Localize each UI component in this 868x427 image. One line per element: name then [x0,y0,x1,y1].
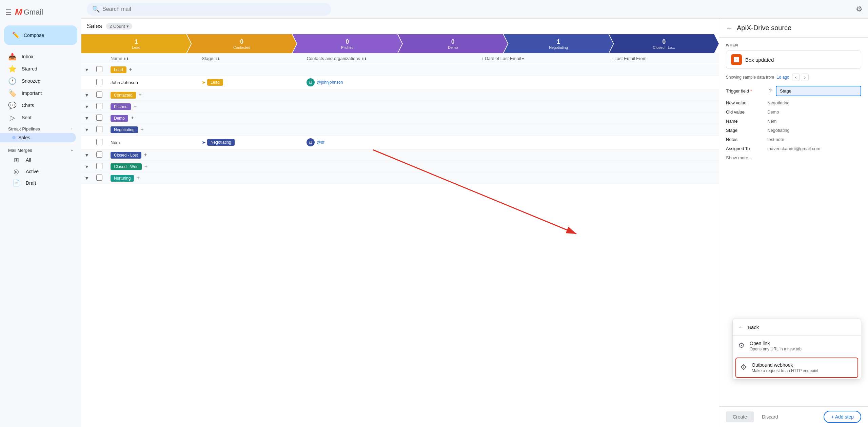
row-stage-badge[interactable]: Negotiating [207,139,235,146]
name-value: Nem [767,119,861,124]
add-row-button-closed-lost[interactable]: + [144,152,147,158]
add-row-button-demo[interactable]: + [131,115,134,121]
th-contacts: Contacts and organizations ⬆⬇ [302,53,477,64]
stage-group-label: Demo + [106,113,719,124]
group-checkbox-pitched[interactable] [96,103,102,109]
stage-arrow-lead[interactable]: 1Lead [81,34,191,53]
stage-group-badge-closed-lost[interactable]: Closed - Lost [111,152,141,159]
nav-item-chats[interactable]: 💬 Chats [0,99,76,111]
row-stage-badge[interactable]: Lead [207,79,223,86]
trigger-field-input[interactable] [776,86,861,96]
expand-button-nurturing[interactable]: ▾ [85,175,88,181]
sample-data-time[interactable]: 1d ago [777,75,789,80]
filter-icon[interactable]: ⚙ [856,5,863,14]
contact-cell: @ @df [307,138,473,146]
mail-merges-label: Mail Merges [8,148,32,153]
streak-pipelines-header[interactable]: Streak Pipelines + [0,124,81,133]
search-input[interactable] [102,6,326,12]
hamburger-icon[interactable]: ☰ [5,8,12,16]
mail-merges-header[interactable]: Mail Merges + [0,145,81,154]
nav-item-starred[interactable]: ⭐ Starred [0,63,76,75]
trigger-field-row: Trigger field ? [726,86,861,96]
group-checkbox-demo[interactable] [96,115,102,121]
stage-group-label: Lead + [106,64,719,76]
sales-table: Name ⬆⬇ Stage ⬆⬇ Contacts and organizati… [81,53,719,184]
important-icon: 🏷️ [8,89,16,97]
next-sample-button[interactable]: › [801,74,809,81]
stage-group-badge-negotiating[interactable]: Negotiating [111,126,138,133]
stage-group-badge-lead[interactable]: Lead [111,66,126,73]
popup-item-outbound-webhook[interactable]: ⚙ Outbound webhook Make a request to an … [735,358,858,378]
add-row-button-negotiating[interactable]: + [140,126,143,133]
gmail-logo-m: M [15,7,22,17]
apix-panel: ← ApiX-Drive source WHEN Box updated Sho… [719,19,868,427]
streak-add-icon[interactable]: + [71,126,73,131]
old-value-label: Old value [726,109,763,115]
svg-rect-1 [736,57,739,60]
group-checkbox-negotiating[interactable] [96,126,102,132]
nav-item-sent[interactable]: ▷ Sent [0,111,76,124]
trigger-icon [731,54,742,65]
svg-rect-2 [734,60,736,62]
mm-active-label: Active [26,169,39,174]
stage-arrow-closed---lo...[interactable]: 0Closed - Lo... [609,34,719,53]
expand-button-lead[interactable]: ▾ [85,66,88,73]
popup-back-button[interactable]: ← [738,324,744,331]
group-checkbox-nurturing[interactable] [96,175,102,181]
stage-label: Stage [726,128,763,133]
group-checkbox-closed-lost[interactable] [96,151,102,158]
trigger-card: Box updated [726,50,861,69]
row-expand-cell [81,76,92,89]
add-row-button-pitched[interactable]: + [134,103,137,109]
stage-arrow-contacted[interactable]: 0Contacted [187,34,296,53]
mm-item-all[interactable]: ⊞ All [0,154,76,166]
stage-arrow-pitched[interactable]: 0Pitched [293,34,402,53]
trigger-help-icon[interactable]: ? [769,88,772,94]
expand-button-contacted[interactable]: ▾ [85,92,88,98]
expand-button-closed-won[interactable]: ▾ [85,163,88,170]
notes-value: test note [767,137,861,142]
stage-group-badge-demo[interactable]: Demo [111,115,128,122]
pencil-icon: ✏️ [12,32,20,39]
expand-button-closed-lost[interactable]: ▾ [85,152,88,158]
group-checkbox-lead[interactable] [96,66,102,72]
add-row-button-lead[interactable]: + [129,66,132,73]
add-step-button[interactable]: + Add step [824,411,861,423]
nav-item-important[interactable]: 🏷️ Important [0,87,76,99]
nav-item-inbox[interactable]: 📥 Inbox [0,50,76,63]
stage-group-badge-nurturing[interactable]: Nurturing [111,175,134,182]
compose-button[interactable]: ✏️ Compose [4,25,77,45]
add-row-button-closed-won[interactable]: + [144,163,147,169]
popup-header: ← Back [733,319,861,336]
row-checkbox[interactable] [96,79,102,85]
pipeline-item-sales[interactable]: Sales [0,133,76,142]
apix-back-button[interactable]: ← [726,24,733,32]
search-bar[interactable]: 🔍 [87,3,331,16]
mm-item-active[interactable]: ◎ Active [0,166,76,177]
add-row-button-nurturing[interactable]: + [137,175,140,181]
group-checkbox-closed-won[interactable] [96,163,102,169]
row-checkbox[interactable] [96,139,102,145]
expand-button-demo[interactable]: ▾ [85,115,88,121]
gmail-logo: M Gmail [15,7,43,17]
prev-sample-button[interactable]: ‹ [792,74,800,81]
stage-arrow-demo[interactable]: 0Demo [398,34,508,53]
stage-group-label: Contacted + [106,89,719,101]
stage-group-badge-closed-won[interactable]: Closed - Won [111,163,142,170]
expand-button-negotiating[interactable]: ▾ [85,126,88,133]
popup-item-open-link[interactable]: ⚙ Open link Opens any URL in a new tab [733,336,861,356]
stage-arrow-negotiating[interactable]: 1Negotiating [504,34,613,53]
new-value-value: Negotiating [767,100,861,105]
create-button[interactable]: Create [726,411,754,422]
mm-item-draft[interactable]: 📄 Draft [0,177,76,189]
stage-group-badge-contacted[interactable]: Contacted [111,92,136,99]
mail-merges-add-icon[interactable]: + [71,148,73,153]
expand-button-pitched[interactable]: ▾ [85,103,88,110]
open-link-icon: ⚙ [738,341,745,350]
stage-group-badge-pitched[interactable]: Pitched [111,103,131,110]
add-row-button-contacted[interactable]: + [138,92,141,98]
discard-button[interactable]: Discard [756,411,783,422]
group-checkbox-contacted[interactable] [96,92,102,98]
nav-item-snoozed[interactable]: 🕐 Snoozed [0,75,76,87]
show-more[interactable]: Show more... [726,155,861,160]
